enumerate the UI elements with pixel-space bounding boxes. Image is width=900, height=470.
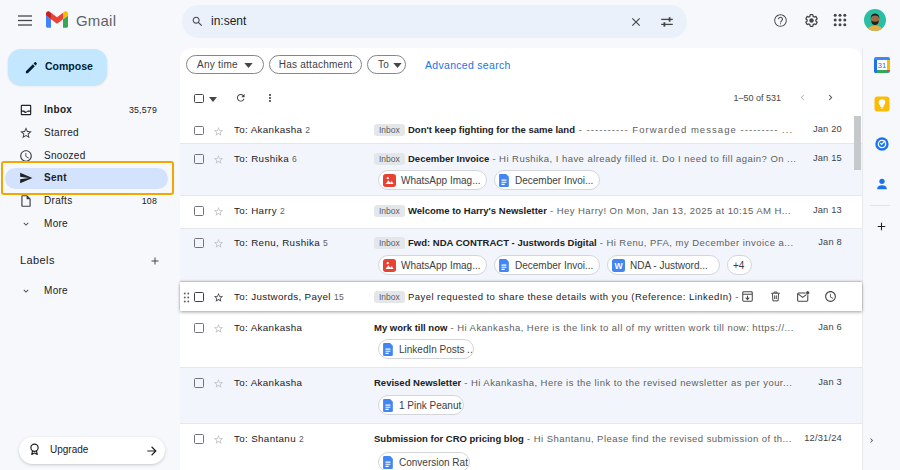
svg-text:W: W: [614, 260, 623, 270]
svg-text:31: 31: [878, 61, 886, 70]
